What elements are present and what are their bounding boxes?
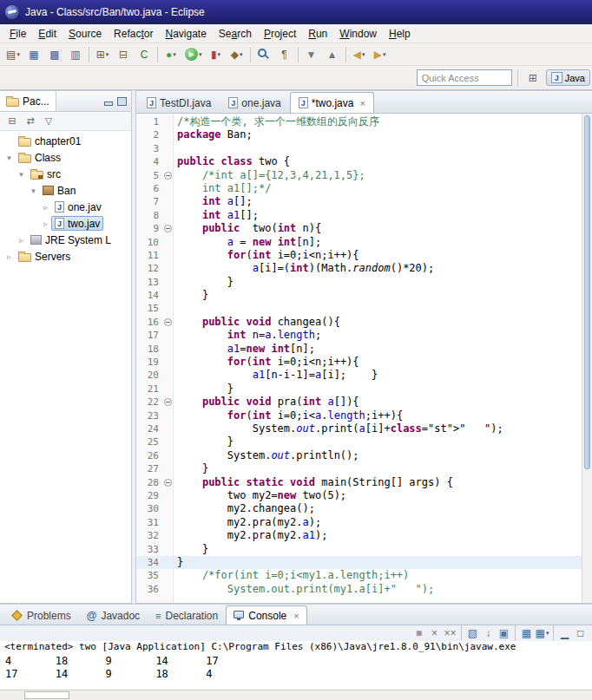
editor-tab-testdi-java[interactable]: JTestDI.java <box>138 92 220 113</box>
debug-button[interactable]: ●▾ <box>161 45 181 64</box>
menu-window[interactable]: Window <box>333 26 383 42</box>
tree-item-chapter01[interactable]: chapter01 <box>0 133 131 149</box>
pin-console-button[interactable]: ▣ <box>497 626 511 640</box>
java-perspective-icon: J <box>551 72 562 83</box>
menu-refactor[interactable]: Refactor <box>108 26 159 42</box>
tree-item-jre-system-l[interactable]: ▹JRE System L <box>0 232 131 248</box>
collapse-arrow-icon[interactable]: ▾ <box>3 154 15 162</box>
display-selected-console-button[interactable]: ▦ <box>519 626 534 640</box>
back-button[interactable]: ◀▾ <box>350 45 369 64</box>
clear-console-button[interactable]: ▧ <box>465 626 480 640</box>
package-explorer-tree[interactable]: chapter01▾Class▾src▾Ban▹Jone.jav▹Jtwo.ja… <box>0 131 131 603</box>
scroll-lock-button[interactable]: ↓ <box>481 626 496 640</box>
run-button[interactable]: ▶▾ <box>182 45 205 64</box>
maximize-view-button[interactable] <box>116 96 128 106</box>
main-area: Pac... ⊟⇄▽ chapter01▾Class▾src▾Ban▹Jone.… <box>0 90 592 604</box>
debug-icon: ● <box>166 49 172 60</box>
link-with-editor-button[interactable]: ⇄ <box>23 114 38 129</box>
tree-item-one-jav[interactable]: ▹Jone.jav <box>0 199 131 215</box>
new-package-button[interactable]: ⊟ <box>114 45 133 64</box>
editor-tab-two-java[interactable]: J*two.java× <box>290 92 374 113</box>
code-text: for(int i=0;i<n;i++){ <box>174 249 582 262</box>
coverage-button[interactable]: ▮▾ <box>207 45 226 64</box>
code-text: /*int a[]={12,3,4,21,1,5}; <box>174 169 582 182</box>
expand-arrow-icon[interactable]: ▹ <box>3 252 15 261</box>
new-button[interactable]: ▤▾ <box>3 45 23 64</box>
line-number: 6 <box>136 182 162 195</box>
tree-item-two-jav[interactable]: ▹Jtwo.jav <box>0 215 131 232</box>
menu-search[interactable]: Search <box>213 26 258 42</box>
menu-run[interactable]: Run <box>302 26 333 42</box>
console-tab-javadoc[interactable]: @Javadoc <box>79 605 148 625</box>
new-java-project-button[interactable]: ⊞▾ <box>93 45 112 64</box>
tree-item-class[interactable]: ▾Class <box>0 149 131 166</box>
fold-collapse-icon[interactable] <box>164 398 172 406</box>
toolbar-separator <box>345 47 346 62</box>
console-tab-problems[interactable]: Problems <box>3 605 79 625</box>
console-output[interactable]: 4 18 9 14 1717 14 9 18 4 <box>0 654 592 690</box>
dropdown-arrow-icon: ▾ <box>106 51 109 58</box>
menu-source[interactable]: Source <box>62 26 108 42</box>
terminate-button[interactable]: ■ <box>411 626 426 640</box>
code-line-21: 21 } <box>136 383 582 396</box>
code-editor[interactable]: 1/*构造一个类, 求一个一维数组的反向反序2package Ban;34pub… <box>136 114 582 603</box>
link-with-editor-icon: ⇄ <box>26 115 34 127</box>
declaration-icon: ≡ <box>155 611 161 621</box>
expand-arrow-icon[interactable]: ▹ <box>40 219 51 228</box>
titlebar[interactable]: Java - Class/src/Ban/two.java - Eclipse <box>0 0 592 24</box>
tree-item-ban[interactable]: ▾Ban <box>0 182 131 199</box>
fold-collapse-icon[interactable] <box>164 225 172 232</box>
fold-column <box>162 209 174 222</box>
collapse-arrow-icon[interactable]: ▾ <box>16 170 27 179</box>
next-annotation-button[interactable]: ▼ <box>302 45 321 64</box>
save-all-button[interactable]: ▩ <box>45 45 64 64</box>
minimize-view-button[interactable]: ▁ <box>557 626 572 640</box>
code-text: System.out.print(a[i]+class="st">" "); <box>174 422 582 435</box>
fold-collapse-icon[interactable] <box>164 318 172 326</box>
collapse-all-button[interactable]: ⊟ <box>4 114 20 129</box>
tree-item-label: Class <box>35 152 61 164</box>
menu-help[interactable]: Help <box>383 26 417 42</box>
code-line-23: 23 for(int i=0;i<a.length;i++){ <box>136 409 582 422</box>
line-number: 18 <box>136 343 162 356</box>
menu-navigate[interactable]: Navigate <box>159 26 212 42</box>
close-tab-icon[interactable]: × <box>359 98 365 108</box>
menu-project[interactable]: Project <box>258 26 302 42</box>
external-tools-button[interactable]: ◆▾ <box>227 45 247 64</box>
editor-scrollbar[interactable] <box>582 114 592 603</box>
show-whitespace-button[interactable]: ¶ <box>275 45 294 64</box>
remove-all-launches-button[interactable]: ×× <box>443 626 457 640</box>
tree-item-label: two.jav <box>68 218 100 230</box>
remove-launch-button[interactable]: × <box>427 626 442 640</box>
view-menu-button[interactable]: ▽ <box>41 114 56 129</box>
fold-collapse-icon[interactable] <box>164 172 172 180</box>
new-class-button[interactable]: C <box>135 45 154 64</box>
code-text: public class two { <box>174 155 582 168</box>
expand-arrow-icon[interactable]: ▹ <box>40 203 51 212</box>
open-console-button[interactable]: ▦▾ <box>535 626 549 640</box>
previous-annotation-button[interactable]: ▲ <box>323 45 342 64</box>
quick-access-input[interactable] <box>417 69 512 86</box>
collapse-arrow-icon[interactable]: ▾ <box>28 186 39 195</box>
maximize-view-button[interactable]: □ <box>573 626 588 640</box>
fold-column <box>162 409 174 422</box>
minimize-view-button[interactable] <box>102 96 114 106</box>
console-tab-declaration[interactable]: ≡Declaration <box>148 605 226 625</box>
open-perspective-button[interactable]: ⊞ <box>523 69 543 87</box>
package-explorer-tab[interactable]: Pac... <box>0 91 56 111</box>
search-button[interactable] <box>254 45 273 64</box>
menu-file[interactable]: File <box>3 26 32 42</box>
menu-edit[interactable]: Edit <box>32 26 62 42</box>
tree-item-src[interactable]: ▾src <box>0 166 131 182</box>
close-tab-icon[interactable]: × <box>293 611 299 621</box>
forward-button[interactable]: ▶▾ <box>371 45 390 64</box>
save-button[interactable]: ▦ <box>24 45 43 64</box>
fold-collapse-icon[interactable] <box>164 479 172 487</box>
open-console-icon: ▦ <box>536 628 545 638</box>
java-perspective-button[interactable]: JJava <box>546 69 590 86</box>
print-button[interactable]: ▥ <box>66 45 85 64</box>
editor-tab-one-java[interactable]: Jone.java <box>220 92 289 113</box>
tree-item-servers[interactable]: ▹Servers <box>0 248 131 265</box>
expand-arrow-icon[interactable]: ▹ <box>16 236 27 245</box>
console-tab-console[interactable]: Console× <box>226 605 306 625</box>
